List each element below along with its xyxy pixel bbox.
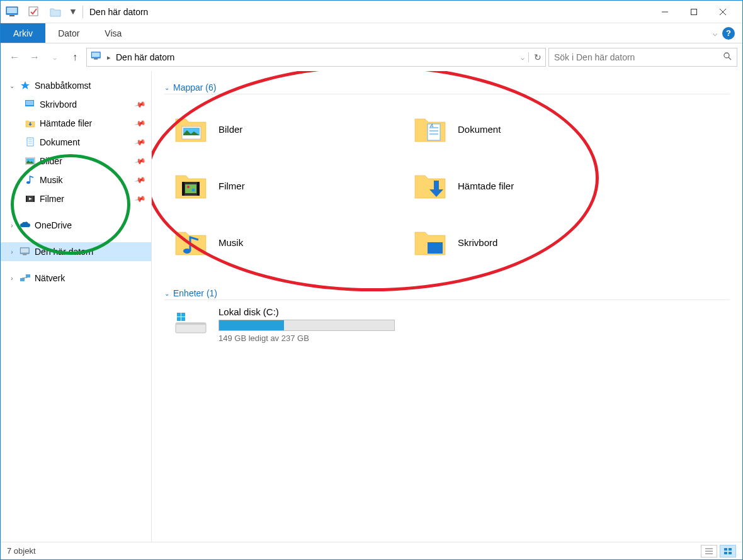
drive-icon (173, 309, 208, 337)
sidebar-item-label: Skrivbord (40, 99, 77, 109)
search-box[interactable] (548, 48, 737, 67)
breadcrumb-chevron-icon[interactable]: ▸ (107, 53, 111, 62)
folder-label: Musik (218, 237, 243, 248)
chevron-right-icon[interactable]: › (8, 249, 16, 255)
address-dropdown-icon[interactable]: ⌵ (521, 54, 525, 61)
svg-line-12 (729, 57, 731, 60)
svg-rect-57 (729, 548, 732, 551)
navigation-pane: ⌄ Snabbåtkomst Skrivbord 📌 Hämtade filer… (1, 71, 152, 542)
svg-rect-24 (33, 196, 35, 202)
pin-icon: 📌 (134, 117, 147, 130)
sidebar-quick-access[interactable]: ⌄ Snabbåtkomst (1, 76, 151, 95)
sidebar-item-hamtade[interactable]: Hämtade filer 📌 (1, 114, 151, 133)
section-header-folders[interactable]: ⌄ Mappar (6) (164, 82, 730, 94)
chevron-right-icon[interactable]: › (8, 275, 16, 282)
back-button[interactable]: ← (6, 48, 23, 66)
sidebar-item-label: OneDrive (35, 220, 72, 230)
refresh-button[interactable]: ↻ (528, 52, 542, 62)
svg-line-30 (22, 277, 28, 278)
documents-folder-icon: A (412, 111, 448, 147)
folder-dokument[interactable]: A Dokument (412, 101, 652, 157)
videos-icon (25, 193, 36, 204)
section-title: Enheter (1) (173, 288, 217, 298)
window-controls (650, 2, 737, 22)
navigation-bar: ← → ⌵ ↑ ▸ Den här datorn ⌵ ↻ (1, 43, 742, 71)
folder-hamtade[interactable]: Hämtade filer (412, 157, 652, 214)
chevron-down-icon[interactable]: ⌄ (8, 82, 16, 89)
svg-rect-3 (29, 7, 38, 16)
music-folder-icon (173, 225, 208, 260)
svg-point-42 (187, 186, 190, 188)
folder-skrivbord[interactable]: Skrivbord (412, 214, 652, 271)
drive-local-c[interactable]: Lokal disk (C:) 149 GB ledigt av 237 GB (173, 306, 730, 343)
computer-icon (91, 52, 102, 63)
forward-button[interactable]: → (26, 48, 43, 66)
desktop-icon (25, 99, 36, 110)
folder-filmer[interactable]: Filmer (173, 157, 412, 214)
sidebar-this-pc[interactable]: › Den här datorn (1, 242, 151, 261)
svg-rect-27 (23, 254, 26, 255)
qat-dropdown-icon[interactable]: ⯆ (70, 8, 76, 15)
sidebar-item-bilder[interactable]: Bilder 📌 (1, 152, 151, 171)
svg-rect-52 (181, 317, 185, 321)
section-header-drives[interactable]: ⌄ Enheter (1) (164, 288, 730, 300)
search-icon[interactable] (723, 52, 732, 63)
sidebar-onedrive[interactable]: › OneDrive (1, 216, 151, 235)
ribbon: Arkiv Dator Visa ⌵ ? (1, 23, 742, 43)
computer-icon (20, 246, 31, 257)
folder-label: Bilder (218, 124, 242, 135)
properties-icon[interactable] (27, 5, 41, 19)
chevron-right-icon[interactable]: › (8, 222, 16, 229)
star-icon (20, 80, 31, 91)
network-icon (20, 272, 31, 284)
tab-dator[interactable]: Dator (45, 23, 92, 43)
status-item-count: 7 objekt (7, 546, 36, 556)
ribbon-expand-icon[interactable]: ⌵ (713, 29, 717, 38)
sidebar-item-label: Dokument (40, 137, 80, 147)
sidebar-network[interactable]: › Nätverk (1, 269, 151, 288)
pictures-folder-icon (173, 111, 208, 147)
close-button[interactable] (708, 2, 737, 22)
svg-rect-58 (724, 552, 727, 554)
titlebar: ⯆ Den här datorn (1, 1, 742, 23)
pin-icon: 📌 (134, 98, 147, 111)
help-button[interactable]: ? (722, 27, 735, 40)
address-bar[interactable]: ▸ Den här datorn ⌵ ↻ (86, 48, 546, 67)
sidebar-item-musik[interactable]: Musik 📌 (1, 171, 151, 189)
sidebar-item-skrivbord[interactable]: Skrivbord 📌 (1, 95, 151, 114)
window-title: Den här datorn (89, 7, 148, 17)
svg-text:A: A (429, 123, 433, 128)
maximize-button[interactable] (679, 2, 708, 22)
up-button[interactable]: ↑ (66, 48, 84, 66)
drive-usage-bar (218, 320, 395, 331)
svg-rect-5 (691, 9, 697, 14)
breadcrumb-root[interactable]: Den här datorn (116, 52, 174, 62)
folder-musik[interactable]: Musik (173, 214, 412, 271)
search-input[interactable] (554, 52, 723, 62)
folder-qat-icon[interactable] (48, 5, 62, 19)
folder-bilder[interactable]: Bilder (173, 101, 412, 157)
sidebar-item-filmer[interactable]: Filmer 📌 (1, 189, 151, 208)
svg-rect-40 (197, 182, 200, 196)
folder-label: Skrivbord (458, 237, 497, 248)
folder-label: Filmer (218, 181, 245, 191)
section-title: Mappar (6) (173, 82, 216, 92)
tab-visa[interactable]: Visa (92, 23, 134, 43)
chevron-down-icon: ⌄ (164, 84, 169, 91)
folder-label: Hämtade filer (458, 181, 514, 191)
sidebar-item-label: Bilder (40, 156, 62, 166)
sidebar-item-label: Den här datorn (35, 247, 93, 257)
recent-dropdown-icon[interactable]: ⌵ (46, 48, 64, 66)
view-tiles-button[interactable] (720, 545, 736, 557)
quick-access-toolbar: ⯆ (6, 5, 76, 19)
tab-arkiv[interactable]: Arkiv (1, 23, 45, 43)
svg-rect-2 (9, 15, 14, 16)
sidebar-item-dokument[interactable]: Dokument 📌 (1, 133, 151, 152)
view-details-button[interactable] (701, 545, 717, 557)
svg-rect-59 (729, 552, 732, 554)
videos-folder-icon (173, 168, 208, 203)
computer-icon[interactable] (6, 5, 20, 19)
content-area: ⌄ Snabbåtkomst Skrivbord 📌 Hämtade filer… (1, 71, 742, 542)
folder-grid: Bilder A Dokument Filmer Hä (173, 101, 730, 271)
minimize-button[interactable] (650, 2, 679, 22)
